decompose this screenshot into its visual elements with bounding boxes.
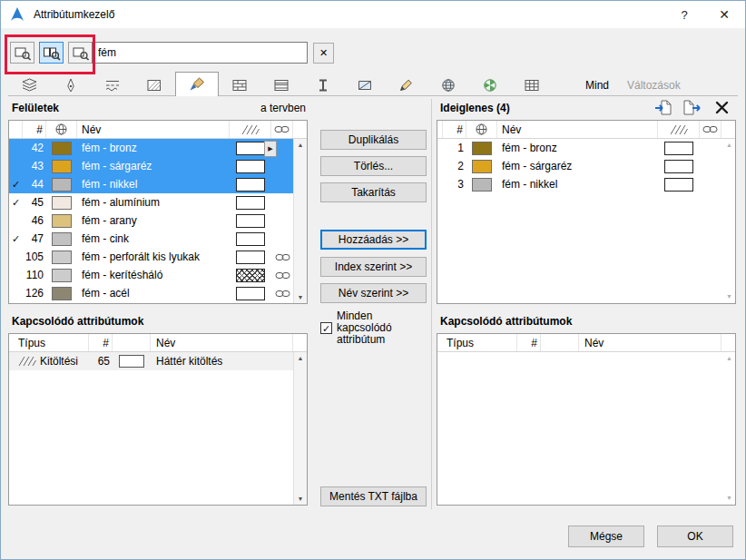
surface-row[interactable]: 110fém - kerítésháló (9, 266, 293, 284)
related-attribute-row[interactable]: Kitöltési65Háttér kitöltés (9, 352, 293, 370)
ok-button[interactable]: OK (657, 526, 733, 547)
attribute-name: fém - sárgaréz (497, 157, 658, 175)
tab-pens[interactable] (50, 74, 92, 95)
index-column-header: # (443, 121, 466, 138)
used-checkmark: ✓ (9, 175, 23, 193)
show-used-types-button[interactable] (39, 42, 64, 64)
scroll-down-icon[interactable]: ▼ (726, 495, 732, 501)
related-plan-scrollbar[interactable]: ▲▼ (293, 352, 307, 505)
cities-icon (440, 78, 456, 93)
show-all-types-button[interactable] (68, 42, 93, 64)
clear-search-button[interactable]: ✕ (313, 43, 334, 64)
surfaces-table-header: # Név (9, 121, 307, 139)
scroll-up-icon[interactable]: ▲ (726, 142, 732, 148)
save-txt-button[interactable]: Mentés TXT fájlba (320, 486, 427, 506)
building-materials-icon (231, 78, 248, 93)
tab-mind[interactable]: Mind (576, 74, 618, 95)
filter-button-group (10, 42, 93, 64)
fill-preview (236, 287, 265, 300)
help-button[interactable]: ? (665, 1, 703, 28)
tab-fill-types[interactable] (133, 74, 175, 95)
window-close-button[interactable]: ✕ (705, 1, 743, 28)
fill-preview (236, 251, 265, 264)
surface-row[interactable]: 42fém - bronz▶ (9, 139, 293, 157)
tab-zone-categories[interactable] (344, 74, 386, 95)
append-button[interactable]: Hozzáadás >> (320, 230, 427, 250)
scroll-up-icon[interactable]: ▲ (726, 355, 732, 361)
attribute-name: fém - bronz (497, 139, 658, 157)
surface-row[interactable]: 46fém - arany (9, 211, 293, 230)
tab-markup-styles[interactable] (386, 74, 427, 95)
fill-preview (236, 232, 265, 246)
tab-operation-profiles[interactable] (469, 74, 511, 95)
flyout-arrow-button[interactable]: ▶ (264, 141, 277, 157)
index-column-header: # (517, 334, 541, 351)
tab-valtozasok[interactable]: Változások (618, 74, 690, 95)
color-swatch (52, 269, 72, 282)
fill-hatch-icon (670, 124, 688, 135)
globe-icon (476, 123, 487, 135)
temporary-row[interactable]: 2fém - sárgaréz (437, 157, 721, 175)
clear-temporary-button[interactable] (710, 95, 734, 120)
zone-categories-icon (357, 78, 373, 93)
color-swatch (52, 287, 72, 300)
temporary-row[interactable]: 3fém - nikkel (437, 175, 721, 193)
scroll-down-icon[interactable]: ▼ (298, 496, 304, 502)
surface-row[interactable]: 43fém - sárgaréz (9, 157, 293, 175)
tab-composites[interactable] (260, 74, 302, 95)
tab-building-materials[interactable] (219, 74, 260, 95)
search-input[interactable] (92, 42, 308, 64)
color-swatch (52, 160, 72, 173)
surface-row[interactable]: ✓45fém - alumínium (9, 193, 293, 211)
related-temp-table: Típus # Név ▲ ▼ (437, 333, 736, 506)
fill-preview (236, 196, 265, 210)
scroll-up-icon[interactable]: ▲ (298, 355, 304, 361)
line-types-icon (104, 78, 121, 93)
tab-layers[interactable] (8, 74, 50, 95)
show-selected-type-button[interactable] (10, 42, 34, 64)
fill-preview (236, 160, 265, 173)
surfaces-scrollbar[interactable]: ▲▼ (293, 139, 307, 303)
copy-to-temporary-button[interactable] (651, 95, 675, 120)
globe-icon (55, 123, 67, 135)
scroll-down-icon[interactable]: ▼ (298, 294, 304, 300)
surface-row[interactable]: ✓44fém - nikkel (9, 175, 293, 193)
purge-button[interactable]: Takarítás (320, 182, 427, 202)
fill-hatch-icon (241, 124, 260, 135)
fill-types-icon (146, 78, 162, 93)
all-related-checkbox[interactable]: ✓ (320, 322, 332, 334)
tab-surfaces[interactable] (175, 72, 219, 96)
color-swatch (52, 232, 72, 246)
tab-cities[interactable] (427, 74, 469, 95)
tab-line-types[interactable] (92, 74, 133, 95)
copy-from-temporary-button[interactable] (679, 95, 703, 120)
attribute-index: 2 (443, 157, 466, 175)
surface-index: 110 (23, 266, 46, 284)
related-type: Kitöltési (40, 355, 78, 368)
surface-name: fém - nikkel (77, 175, 230, 193)
surfaces-table: # Név 42fém - bronz▶43fém - sárgaréz✓44f… (8, 120, 308, 304)
cancel-button[interactable]: Mégse (568, 526, 644, 547)
titlebar: Attribútumkezelő ? ✕ (1, 1, 745, 28)
tab-profiles[interactable] (302, 74, 344, 95)
surface-row[interactable]: ✓47fém - cink (9, 230, 293, 248)
delete-button[interactable]: Törlés... (320, 156, 427, 176)
surface-index: 45 (23, 193, 46, 211)
scroll-up-icon[interactable]: ▲ (298, 142, 304, 148)
scroll-down-icon[interactable]: ▼ (726, 293, 732, 300)
surface-row[interactable]: 105fém - perforált kis lyukak (9, 248, 293, 266)
window-title: Attribútumkezelő (34, 8, 114, 21)
surface-index: 42 (23, 139, 46, 157)
name-column-header: Név (579, 334, 721, 351)
duplicate-button[interactable]: Duplikálás (320, 130, 427, 150)
surface-row[interactable]: 126fém - acél (9, 284, 293, 302)
overwrite-by-index-button[interactable]: Index szerint >> (320, 257, 427, 277)
tab-mep-systems[interactable] (511, 74, 553, 95)
temporary-row[interactable]: 1fém - bronz (437, 139, 721, 157)
all-related-checkbox-row[interactable]: ✓ Minden kapcsolódó attribútum (320, 310, 431, 346)
color-swatch (52, 196, 72, 210)
layers-icon (21, 78, 38, 93)
overwrite-by-name-button[interactable]: Név szerint >> (320, 283, 427, 303)
temporary-table-header: # Név (437, 121, 735, 139)
surface-index: 47 (23, 230, 46, 248)
